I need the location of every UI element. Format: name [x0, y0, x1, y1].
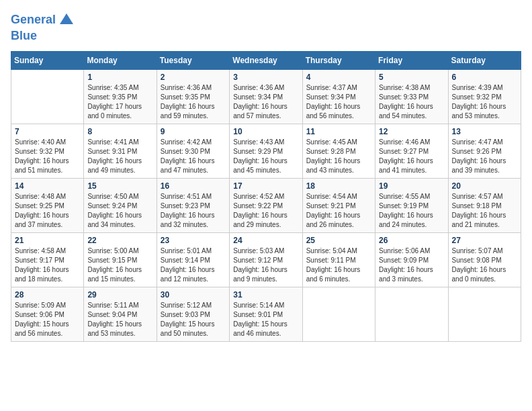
- day-number: 30: [161, 290, 226, 300]
- day-info: Sunrise: 4:50 AM Sunset: 9:24 PM Dayligh…: [87, 192, 152, 230]
- calendar-week-1: 1Sunrise: 4:35 AM Sunset: 9:35 PM Daylig…: [11, 69, 521, 124]
- day-info: Sunrise: 5:06 AM Sunset: 9:09 PM Dayligh…: [379, 246, 444, 284]
- weekday-tuesday: Tuesday: [157, 51, 229, 69]
- day-number: 16: [161, 181, 226, 191]
- day-number: 1: [87, 73, 152, 82]
- day-number: 12: [379, 127, 444, 136]
- calendar-cell: 28Sunrise: 5:09 AM Sunset: 9:06 PM Dayli…: [11, 287, 84, 341]
- day-number: 7: [15, 127, 80, 136]
- day-info: Sunrise: 4:36 AM Sunset: 9:34 PM Dayligh…: [233, 83, 298, 121]
- weekday-sunday: Sunday: [11, 51, 84, 69]
- weekday-monday: Monday: [84, 51, 157, 69]
- day-info: Sunrise: 4:42 AM Sunset: 9:30 PM Dayligh…: [161, 138, 226, 175]
- day-info: Sunrise: 4:41 AM Sunset: 9:31 PM Dayligh…: [87, 138, 152, 175]
- logo: General Blue: [11, 11, 77, 43]
- calendar-cell: 17Sunrise: 4:52 AM Sunset: 9:22 PM Dayli…: [230, 178, 302, 232]
- calendar-cell: 12Sunrise: 4:46 AM Sunset: 9:27 PM Dayli…: [375, 124, 448, 178]
- day-number: 6: [452, 73, 517, 82]
- day-number: 21: [15, 236, 80, 245]
- calendar-cell: 31Sunrise: 5:14 AM Sunset: 9:01 PM Dayli…: [230, 287, 302, 341]
- day-info: Sunrise: 4:35 AM Sunset: 9:35 PM Dayligh…: [87, 83, 152, 121]
- day-info: Sunrise: 4:48 AM Sunset: 9:25 PM Dayligh…: [15, 192, 80, 230]
- calendar-cell: 21Sunrise: 4:58 AM Sunset: 9:17 PM Dayli…: [11, 232, 84, 287]
- calendar-cell: 30Sunrise: 5:12 AM Sunset: 9:03 PM Dayli…: [157, 287, 229, 341]
- calendar-cell: 10Sunrise: 4:43 AM Sunset: 9:29 PM Dayli…: [230, 124, 302, 178]
- calendar-cell: [375, 287, 448, 341]
- calendar-cell: 19Sunrise: 4:55 AM Sunset: 9:19 PM Dayli…: [375, 178, 448, 232]
- day-number: 31: [233, 290, 298, 300]
- page-header: General Blue: [11, 11, 521, 43]
- day-info: Sunrise: 4:43 AM Sunset: 9:29 PM Dayligh…: [233, 138, 298, 175]
- day-info: Sunrise: 4:57 AM Sunset: 9:18 PM Dayligh…: [452, 192, 517, 230]
- day-info: Sunrise: 5:03 AM Sunset: 9:12 PM Dayligh…: [233, 246, 298, 284]
- day-number: 8: [87, 127, 152, 136]
- day-number: 10: [233, 127, 298, 136]
- calendar-cell: 20Sunrise: 4:57 AM Sunset: 9:18 PM Dayli…: [448, 178, 521, 232]
- day-info: Sunrise: 5:00 AM Sunset: 9:15 PM Dayligh…: [87, 246, 152, 284]
- day-info: Sunrise: 4:36 AM Sunset: 9:35 PM Dayligh…: [161, 83, 226, 121]
- day-number: 19: [379, 181, 444, 191]
- day-number: 22: [87, 236, 152, 245]
- day-number: 20: [452, 181, 517, 191]
- day-info: Sunrise: 5:12 AM Sunset: 9:03 PM Dayligh…: [161, 301, 226, 338]
- calendar-week-5: 28Sunrise: 5:09 AM Sunset: 9:06 PM Dayli…: [11, 287, 521, 341]
- day-info: Sunrise: 4:40 AM Sunset: 9:32 PM Dayligh…: [15, 138, 80, 175]
- day-info: Sunrise: 4:37 AM Sunset: 9:34 PM Dayligh…: [306, 83, 371, 121]
- day-info: Sunrise: 4:46 AM Sunset: 9:27 PM Dayligh…: [379, 138, 444, 175]
- day-number: 2: [161, 73, 226, 82]
- day-number: 17: [233, 181, 298, 191]
- day-info: Sunrise: 4:55 AM Sunset: 9:19 PM Dayligh…: [379, 192, 444, 230]
- day-info: Sunrise: 5:14 AM Sunset: 9:01 PM Dayligh…: [233, 301, 298, 338]
- calendar-cell: 14Sunrise: 4:48 AM Sunset: 9:25 PM Dayli…: [11, 178, 84, 232]
- day-info: Sunrise: 5:11 AM Sunset: 9:04 PM Dayligh…: [87, 301, 152, 338]
- day-number: 26: [379, 236, 444, 245]
- calendar-cell: 2Sunrise: 4:36 AM Sunset: 9:35 PM Daylig…: [157, 69, 229, 124]
- day-info: Sunrise: 4:38 AM Sunset: 9:33 PM Dayligh…: [379, 83, 444, 121]
- calendar-cell: 16Sunrise: 4:51 AM Sunset: 9:23 PM Dayli…: [157, 178, 229, 232]
- calendar-cell: 25Sunrise: 5:04 AM Sunset: 9:11 PM Dayli…: [302, 232, 375, 287]
- calendar-cell: 24Sunrise: 5:03 AM Sunset: 9:12 PM Dayli…: [230, 232, 302, 287]
- day-number: 25: [306, 236, 371, 245]
- calendar-cell: 22Sunrise: 5:00 AM Sunset: 9:15 PM Dayli…: [84, 232, 157, 287]
- calendar-cell: 1Sunrise: 4:35 AM Sunset: 9:35 PM Daylig…: [84, 69, 157, 124]
- calendar-cell: 6Sunrise: 4:39 AM Sunset: 9:32 PM Daylig…: [448, 69, 521, 124]
- weekday-header-row: SundayMondayTuesdayWednesdayThursdayFrid…: [11, 51, 521, 69]
- day-info: Sunrise: 5:09 AM Sunset: 9:06 PM Dayligh…: [15, 301, 80, 338]
- calendar-cell: [302, 287, 375, 341]
- calendar-cell: 26Sunrise: 5:06 AM Sunset: 9:09 PM Dayli…: [375, 232, 448, 287]
- day-number: 27: [452, 236, 517, 245]
- calendar-cell: 18Sunrise: 4:54 AM Sunset: 9:21 PM Dayli…: [302, 178, 375, 232]
- calendar-cell: 7Sunrise: 4:40 AM Sunset: 9:32 PM Daylig…: [11, 124, 84, 178]
- day-number: 13: [452, 127, 517, 136]
- svg-marker-0: [60, 13, 73, 24]
- logo-text: General Blue: [11, 11, 77, 43]
- calendar-cell: 23Sunrise: 5:01 AM Sunset: 9:14 PM Dayli…: [157, 232, 229, 287]
- calendar-cell: 8Sunrise: 4:41 AM Sunset: 9:31 PM Daylig…: [84, 124, 157, 178]
- day-info: Sunrise: 5:01 AM Sunset: 9:14 PM Dayligh…: [161, 246, 226, 284]
- calendar-cell: 27Sunrise: 5:07 AM Sunset: 9:08 PM Dayli…: [448, 232, 521, 287]
- calendar-week-2: 7Sunrise: 4:40 AM Sunset: 9:32 PM Daylig…: [11, 124, 521, 178]
- weekday-friday: Friday: [375, 51, 448, 69]
- day-number: 3: [233, 73, 298, 82]
- weekday-thursday: Thursday: [302, 51, 375, 69]
- day-info: Sunrise: 4:52 AM Sunset: 9:22 PM Dayligh…: [233, 192, 298, 230]
- day-number: 11: [306, 127, 371, 136]
- calendar-table: SundayMondayTuesdayWednesdayThursdayFrid…: [11, 51, 521, 342]
- day-number: 29: [87, 290, 152, 300]
- day-number: 23: [161, 236, 226, 245]
- day-number: 4: [306, 73, 371, 82]
- calendar-cell: 11Sunrise: 4:45 AM Sunset: 9:28 PM Dayli…: [302, 124, 375, 178]
- weekday-wednesday: Wednesday: [230, 51, 302, 69]
- day-info: Sunrise: 5:07 AM Sunset: 9:08 PM Dayligh…: [452, 246, 517, 284]
- day-info: Sunrise: 4:45 AM Sunset: 9:28 PM Dayligh…: [306, 138, 371, 175]
- day-info: Sunrise: 5:04 AM Sunset: 9:11 PM Dayligh…: [306, 246, 371, 284]
- day-number: 18: [306, 181, 371, 191]
- calendar-cell: 13Sunrise: 4:47 AM Sunset: 9:26 PM Dayli…: [448, 124, 521, 178]
- day-number: 9: [161, 127, 226, 136]
- day-number: 28: [15, 290, 80, 300]
- day-info: Sunrise: 4:39 AM Sunset: 9:32 PM Dayligh…: [452, 83, 517, 121]
- day-info: Sunrise: 4:51 AM Sunset: 9:23 PM Dayligh…: [161, 192, 226, 230]
- calendar-cell: 9Sunrise: 4:42 AM Sunset: 9:30 PM Daylig…: [157, 124, 229, 178]
- day-number: 15: [87, 181, 152, 191]
- day-number: 14: [15, 181, 80, 191]
